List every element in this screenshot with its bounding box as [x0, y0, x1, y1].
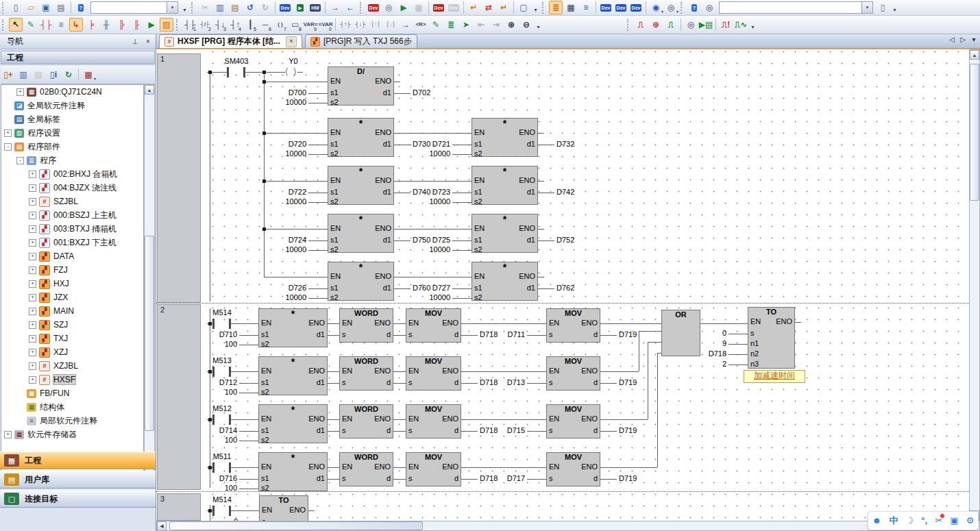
device-find-red-button[interactable]: Dev — [367, 1, 380, 14]
pin-value[interactable]: D719 — [619, 474, 637, 483]
inline-st-button[interactable]: ✎ — [429, 18, 443, 32]
ladder-edit-button[interactable]: ▨ — [160, 18, 173, 32]
pin-value[interactable]: D727 — [396, 284, 450, 293]
nav-project-button[interactable]: ▦工程 — [0, 452, 156, 469]
rising-pulse-button[interactable]: ┤↑├ — [339, 18, 352, 32]
pin-value[interactable]: D726 — [252, 284, 306, 293]
find-combo-arrow-icon[interactable]: ▾ — [861, 2, 872, 13]
module-config-button[interactable]: ▦▾ — [82, 68, 95, 82]
ime-night-mode-icon[interactable]: ☽ — [906, 516, 914, 526]
pin-value[interactable]: D722 — [252, 188, 306, 197]
ladder-editor[interactable]: 123SM403M514M513M512M511M514( )Y0D/ENs1D… — [156, 49, 969, 521]
pin-value[interactable]: D717 — [471, 474, 525, 483]
tree-item-szj[interactable]: +▞SZJ — [1, 318, 143, 332]
contact-device-label[interactable]: M513 — [200, 356, 244, 365]
pin-value[interactable]: 10000 — [252, 149, 306, 158]
toolbar2-overflow-1[interactable]: ▾ — [534, 18, 543, 32]
statement-run-button[interactable]: ➤ — [459, 18, 473, 32]
pin-value[interactable]: 10000 — [252, 293, 306, 302]
expand-icon[interactable]: + — [29, 225, 36, 233]
open-button[interactable]: ▱ — [24, 1, 38, 14]
tree-item--[interactable]: +▥程序设置 — [1, 126, 143, 140]
tree-item--[interactable]: ▦结构体 — [1, 400, 143, 414]
expand-icon[interactable]: + — [29, 184, 36, 192]
redo-button[interactable]: ↻ — [258, 1, 272, 14]
pin-value[interactable]: D762 — [556, 284, 574, 293]
tree-item-hxj[interactable]: +▞HXJ — [1, 277, 143, 291]
tree-scroll-thumb[interactable] — [145, 236, 154, 431]
monitor-cam-button[interactable]: ▶▤ — [699, 18, 713, 32]
pin-value[interactable]: D719 — [619, 378, 637, 387]
dev-tree-display-button[interactable]: Dev — [629, 1, 643, 14]
device-hw-button[interactable]: HW — [308, 1, 322, 14]
falling-pulse-close-button[interactable]: ┨↓┠ — [384, 18, 397, 32]
tree-scrollbar[interactable]: ▲▼ — [144, 84, 155, 478]
tree-item--[interactable]: +▦软元件存储器 — [1, 428, 143, 441]
nav-connection-button[interactable]: ▢连接目标 — [0, 490, 156, 508]
expand-icon[interactable]: + — [29, 321, 36, 329]
copy-button[interactable]: ▥ — [213, 1, 227, 14]
tree-item-02b0-qj71c24n[interactable]: +▦02B0:QJ71C24N — [1, 85, 143, 99]
pin-value[interactable]: D712 — [183, 378, 237, 387]
tab-list-icon[interactable]: ▾ — [969, 36, 979, 43]
zoom-out-button[interactable]: ⊖ — [519, 18, 533, 32]
wrap-right-button[interactable]: ⇥ — [489, 18, 503, 32]
pin-value[interactable]: 9 — [672, 339, 726, 348]
expand-icon[interactable]: + — [29, 267, 36, 274]
tree-item--[interactable]: ▤全局标签 — [1, 112, 143, 126]
pin-value[interactable]: 100 — [183, 484, 237, 493]
tree-item-002-bhxj-[interactable]: +▞002:BHXJ 合箱机 — [1, 167, 143, 181]
tree-item-004-bjzx-[interactable]: +▞004:BJZX 浇注线 — [1, 181, 143, 195]
statement-list-button[interactable]: ≡ — [579, 1, 593, 14]
pin-value[interactable]: D715 — [471, 426, 525, 435]
pin-value[interactable]: 10000 — [396, 149, 450, 158]
tree-item-txj[interactable]: +▞TXJ — [1, 332, 143, 345]
open-branch-button[interactable]: ┤↓3 — [213, 18, 227, 32]
tree-item--[interactable]: ≡局部软元件注释 — [1, 414, 143, 428]
dev-comment-display-button[interactable]: Dev — [599, 1, 613, 14]
return-button[interactable]: <R> — [414, 18, 428, 32]
help2-button[interactable]: ? — [687, 1, 701, 14]
dev-view-button[interactable]: ◉▾ — [649, 1, 663, 14]
pin-value[interactable]: 10000 — [252, 245, 306, 254]
ime-skin-icon[interactable]: ▣ — [950, 516, 958, 526]
ime-punctuation-icon[interactable]: °, — [921, 516, 927, 526]
monitor-pulse-button[interactable]: ⎍ — [664, 18, 678, 32]
horizontal-line-button[interactable]: ─6 — [258, 18, 272, 32]
pin-value[interactable]: 100 — [183, 436, 237, 445]
var-out-button[interactable]: VAR=9 — [304, 18, 317, 32]
contact-device-label[interactable]: M511 — [200, 452, 244, 460]
tree-item-hxsf[interactable]: +#HXSF — [1, 373, 143, 386]
open-contact-button[interactable]: ┤├1 — [183, 18, 197, 32]
expand-icon[interactable]: + — [29, 280, 36, 288]
close-icon[interactable]: × — [143, 36, 154, 47]
coil-button[interactable]: ( )7 — [273, 18, 287, 32]
expand-icon[interactable]: + — [29, 212, 36, 219]
jump-button[interactable]: → — [399, 18, 413, 32]
pin-value[interactable]: 10000 — [252, 98, 306, 107]
tree-scroll-up-icon[interactable]: ▲ — [145, 85, 154, 95]
pin-value[interactable]: D711 — [471, 330, 525, 339]
monitor-graph2-button[interactable]: ⎍∿ — [734, 18, 748, 32]
device-comment-note[interactable]: 加减速时间 — [744, 370, 805, 383]
toolbar2-overflow-2[interactable]: ▾ — [748, 18, 757, 32]
monitor-graph1-button[interactable]: ⎍! — [719, 18, 733, 32]
undo-button[interactable]: ↺ — [243, 1, 257, 14]
find-combo[interactable]: ▾ — [719, 1, 873, 14]
pin-value[interactable]: D742 — [556, 188, 574, 197]
tab-scroll-left-icon[interactable]: ◁ — [947, 36, 957, 43]
pin-value[interactable]: 2 — [672, 360, 726, 369]
tree-item-szjbl[interactable]: +#SZJBL — [1, 195, 143, 208]
paste-button[interactable]: ▤ — [228, 1, 242, 14]
save-button[interactable]: ▣ — [39, 1, 53, 14]
tree-item--[interactable]: ◪全局软元件注释 — [1, 99, 143, 112]
expand-icon[interactable]: + — [29, 349, 36, 356]
pin-value[interactable]: D710 — [183, 330, 237, 339]
help-button[interactable]: ? — [74, 1, 88, 14]
program-tree-button[interactable]: ≣ — [549, 1, 563, 14]
toolbar1-overflow-2[interactable]: ▾ — [531, 1, 540, 14]
tree-item-fzj[interactable]: +▞FZJ — [1, 263, 143, 277]
tab-prg-write-txj[interactable]: ▞[PRG]R 写入 TXJ 566步 — [305, 34, 417, 48]
pin-value[interactable]: D716 — [183, 474, 237, 483]
device-run-button[interactable]: ▶ — [397, 1, 411, 14]
